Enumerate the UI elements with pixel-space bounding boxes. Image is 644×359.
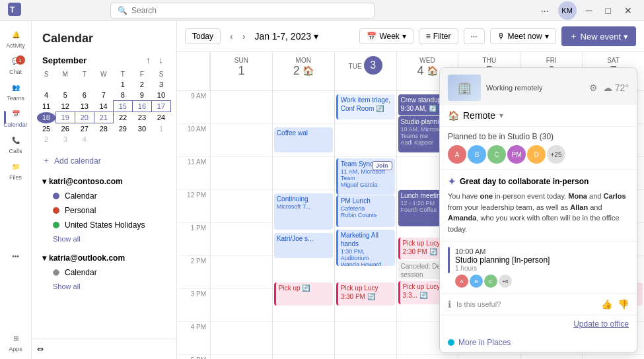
cal-day[interactable]: [55, 79, 75, 90]
cal-day[interactable]: 22: [113, 112, 132, 123]
calendar-nav[interactable]: ‹ ›: [226, 28, 249, 44]
more-options-btn[interactable]: ···: [537, 4, 553, 17]
event-pm-lunch[interactable]: PM Lunch Cafeteria Robin Counts: [336, 195, 395, 227]
search-input[interactable]: [131, 6, 367, 15]
cal-day[interactable]: 7: [94, 90, 113, 101]
cal-day[interactable]: 4: [75, 134, 94, 145]
event-team-sync[interactable]: Team Sync 11 AM, Microsoft Team Miguel G…: [336, 158, 395, 195]
cal-day[interactable]: 2: [37, 134, 55, 145]
day-header-tue[interactable]: TUE 3: [334, 52, 396, 90]
cal-day[interactable]: 5: [55, 90, 75, 101]
cal-day[interactable]: 26: [55, 123, 75, 135]
filter-btn[interactable]: ≡ Filter: [419, 28, 458, 44]
cal-day[interactable]: 6: [75, 90, 94, 101]
update-link[interactable]: Update to office: [573, 319, 629, 329]
sidebar-item-personal[interactable]: Personal: [42, 203, 166, 218]
cal-day[interactable]: 12: [55, 101, 75, 112]
prev-month-btn[interactable]: ↑: [143, 53, 153, 67]
nav-calendar[interactable]: 📅 Calendar: [4, 106, 28, 129]
cal-day[interactable]: 3: [55, 134, 75, 145]
event-work-item[interactable]: Work item triage, Conf Room 🔄: [336, 94, 395, 119]
popup-header-icons[interactable]: ⚙ ☁ 72°: [589, 82, 629, 93]
location-chevron[interactable]: ▾: [499, 111, 503, 120]
cal-day[interactable]: 16: [132, 101, 151, 112]
nav-chat[interactable]: 💬 Chat 1: [4, 53, 28, 77]
cal-day[interactable]: 1: [151, 123, 170, 135]
sidebar-item-holidays[interactable]: United States Holidays: [42, 218, 166, 232]
meet-now-btn[interactable]: 🎙 Meet now ▾: [490, 28, 556, 44]
cal-day[interactable]: 14: [94, 101, 113, 112]
date-range[interactable]: Jan 1-7, 2023 ▾: [254, 31, 318, 42]
thumbs-down-icon[interactable]: 👎: [618, 299, 629, 310]
cal-day[interactable]: 30: [132, 123, 151, 135]
event-coffee-mon[interactable]: Coffee wal: [274, 127, 333, 152]
cal-day[interactable]: [37, 79, 55, 90]
event-pickup-mon[interactable]: Pick up 🔄: [274, 282, 333, 306]
cal-day[interactable]: 3: [151, 79, 170, 90]
cal-day[interactable]: [75, 79, 94, 90]
cal-day[interactable]: 23: [132, 112, 151, 123]
mini-cal-nav[interactable]: ↑ ↓: [143, 53, 166, 67]
cal-day[interactable]: 27: [75, 123, 94, 135]
cal-day[interactable]: 29: [113, 123, 132, 135]
cal-day[interactable]: 18: [37, 112, 55, 123]
day-header-sun[interactable]: SUN 1: [210, 52, 272, 90]
maximize-btn[interactable]: □: [602, 4, 615, 17]
popup-event-item[interactable]: 10:00 AM Studio planning [In-person] 1 h…: [440, 242, 637, 294]
next-week-btn[interactable]: ›: [238, 28, 250, 44]
cal-day[interactable]: 13: [75, 101, 94, 112]
add-calendar-btn[interactable]: ＋ Add calendar: [32, 150, 176, 172]
cal-day[interactable]: 9: [132, 90, 151, 101]
popup-more[interactable]: More in Places: [440, 333, 637, 352]
popup-location-row[interactable]: 🏠 Remote ▾: [440, 105, 637, 127]
prev-week-btn[interactable]: ‹: [226, 28, 237, 44]
cal-day[interactable]: 20: [75, 112, 94, 123]
section-header-katri[interactable]: ▾ katri@contoso.com: [42, 174, 166, 189]
user-avatar[interactable]: KM: [558, 1, 577, 20]
new-event-btn[interactable]: ＋ New event ▾: [561, 26, 636, 46]
nav-more[interactable]: •••: [4, 244, 28, 268]
nav-activity[interactable]: 🔔 Activity: [4, 26, 28, 50]
close-btn[interactable]: ✕: [620, 4, 636, 17]
cal-day[interactable]: 11: [37, 101, 55, 112]
show-all-katri[interactable]: Show all: [42, 232, 166, 245]
cal-day[interactable]: 15: [113, 101, 132, 112]
cal-day[interactable]: 17: [151, 101, 170, 112]
sidebar-item-calendar-2[interactable]: Calendar: [42, 265, 166, 280]
cal-day[interactable]: 25: [37, 123, 55, 135]
section-header-katria[interactable]: ▾ katria@outlook.com: [42, 251, 166, 265]
settings-icon[interactable]: ⚙: [589, 82, 598, 93]
event-katrijoe[interactable]: Katri/Joe s...: [274, 233, 333, 258]
event-pickup-tue[interactable]: Pick up Lucy 3:30 PM 🔄: [336, 282, 395, 306]
join-btn[interactable]: Join: [372, 161, 392, 170]
event-mkt-allhands[interactable]: Marketing All hands 1:30 PM, Auditorium …: [336, 230, 395, 266]
show-all-katria[interactable]: Show all: [42, 280, 166, 293]
minimize-btn[interactable]: ─: [582, 4, 596, 17]
today-btn[interactable]: Today: [185, 28, 221, 44]
nav-teams[interactable]: 👥 Teams: [4, 79, 28, 103]
search-bar[interactable]: 🔍: [110, 3, 375, 18]
thumbs-up-icon[interactable]: 👍: [601, 299, 612, 310]
cal-day[interactable]: 21: [94, 112, 113, 123]
nav-apps[interactable]: ⊞ Apps: [4, 330, 28, 354]
cal-day[interactable]: 1: [113, 79, 132, 90]
cal-day[interactable]: 28: [94, 123, 113, 135]
event-continuing-mon[interactable]: Continuing Microsoft T...: [274, 193, 333, 230]
cal-day[interactable]: [94, 79, 113, 90]
nav-calls[interactable]: 📞 Calls: [4, 132, 28, 156]
sidebar-item-calendar[interactable]: Calendar: [42, 189, 166, 203]
week-btn[interactable]: 📅 Week ▾: [359, 28, 413, 44]
cal-day[interactable]: 10: [151, 90, 170, 101]
cal-day[interactable]: 19: [55, 112, 75, 123]
expand-sidebar-btn[interactable]: ⇔: [32, 339, 176, 359]
popup-update[interactable]: Update to office: [440, 315, 637, 333]
next-month-btn[interactable]: ↓: [156, 53, 166, 67]
cal-day[interactable]: 24: [151, 112, 170, 123]
cal-day[interactable]: 4: [37, 90, 55, 101]
cal-day[interactable]: [94, 134, 113, 145]
cal-day[interactable]: 2: [132, 79, 151, 90]
more-options-calendar-btn[interactable]: ···: [464, 28, 485, 44]
nav-files[interactable]: 📁 Files: [4, 158, 28, 182]
cal-day[interactable]: 8: [113, 90, 132, 101]
day-header-mon[interactable]: MON 2 🏠: [272, 52, 334, 90]
